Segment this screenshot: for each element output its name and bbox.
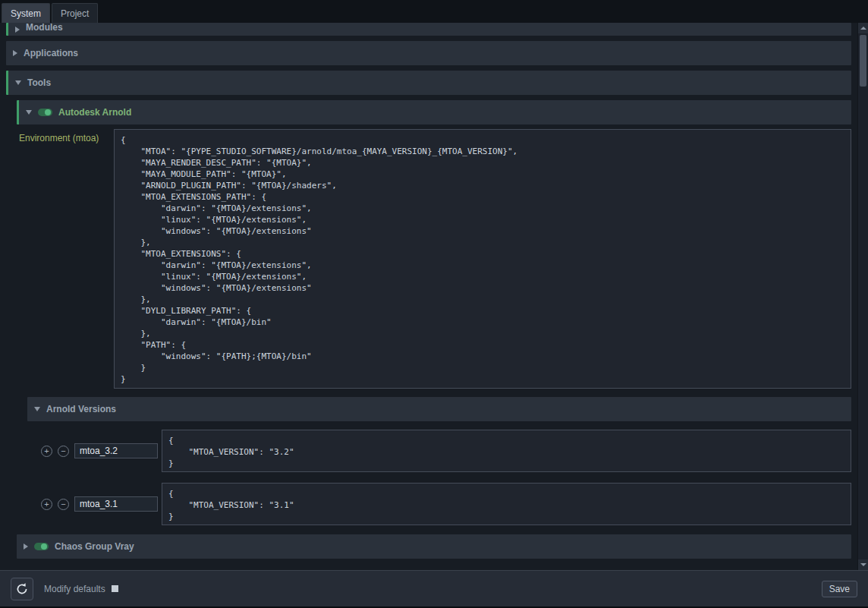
version-row-mtoa-3-2: + − { "MTOA_VERSION": "3.2" } [27,428,851,474]
section-header-tools[interactable]: Tools [6,71,851,95]
add-version-button[interactable]: + [41,446,52,457]
footer-bar: Modify defaults Save [0,570,868,606]
section-tools: Tools Autodesk Arnold Environment (mtoa) [6,71,851,563]
version-row-mtoa-3-1: + − { "MTOA_VERSION": "3.1" } [27,481,851,527]
vray-enabled-toggle-icon[interactable] [34,543,49,550]
version-json-textarea[interactable]: { "MTOA_VERSION": "3.1" } [162,483,851,525]
scrollbar-down-button[interactable] [858,559,868,570]
remove-version-button[interactable]: − [58,499,69,510]
collapse-arrow-icon [34,407,40,411]
settings-window: System Project Modules Applications [0,0,868,608]
expand-arrow-icon [13,50,17,56]
expand-arrow-icon [24,543,28,550]
refresh-icon [15,582,29,596]
refresh-button[interactable] [11,578,33,600]
arnold-versions-body: + − { "MTOA_VERSION": "3.2" } + − [27,428,851,527]
expand-arrow-icon [15,27,20,33]
section-label-applications: Applications [24,48,78,58]
section-chaos-group-vray: Chaos Group Vray [17,534,851,559]
environment-label: Environment (mtoa) [17,129,114,143]
version-key-input[interactable] [74,443,158,458]
modify-defaults-checkbox[interactable] [112,585,118,592]
section-header-autodesk-arnold[interactable]: Autodesk Arnold [17,100,851,124]
arnold-enabled-toggle-icon[interactable] [38,109,52,116]
section-applications: Applications [6,41,851,65]
modify-defaults-label: Modify defaults [44,584,105,594]
section-label-autodesk-arnold: Autodesk Arnold [58,107,131,118]
environment-json-textarea[interactable]: { "MTOA": "{PYPE_STUDIO_SOFTWARE}/arnold… [114,129,851,389]
arnold-body: Environment (mtoa) { "MTOA": "{PYPE_STUD… [17,124,851,527]
remove-version-button[interactable]: − [58,446,69,457]
tab-bar: System Project [0,0,868,23]
version-json-textarea[interactable]: { "MTOA_VERSION": "3.2" } [162,430,851,472]
arrow-up-icon [860,27,866,30]
scrollbar[interactable] [857,23,868,570]
environment-field: Environment (mtoa) { "MTOA": "{PYPE_STUD… [17,129,851,389]
section-label-modules: Modules [26,23,63,33]
scrollbar-track[interactable] [858,33,868,559]
tools-body: Autodesk Arnold Environment (mtoa) { "MT… [6,95,851,563]
section-label-arnold-versions: Arnold Versions [46,404,116,414]
add-version-button[interactable]: + [41,499,52,510]
section-header-applications[interactable]: Applications [6,41,851,65]
arrow-down-icon [860,563,866,566]
section-label-tools: Tools [27,77,51,88]
section-header-modules[interactable]: Modules [6,23,851,36]
section-modules: Modules [6,23,851,36]
collapse-arrow-icon [15,80,21,85]
collapse-arrow-icon [26,110,32,115]
section-label-chaos-group-vray: Chaos Group Vray [55,541,134,552]
save-button[interactable]: Save [822,581,857,597]
tab-project[interactable]: Project [52,3,98,23]
section-arnold-versions: Arnold Versions + − { "MTOA_VERSION": "3… [27,397,851,527]
section-autodesk-arnold: Autodesk Arnold Environment (mtoa) { "MT… [17,100,851,527]
section-header-arnold-versions[interactable]: Arnold Versions [27,397,851,421]
version-key-input[interactable] [74,496,158,512]
scrollbar-up-button[interactable] [858,23,868,33]
scroll-area: Modules Applications Tools [0,23,857,570]
tab-system[interactable]: System [2,3,50,23]
section-header-chaos-group-vray[interactable]: Chaos Group Vray [17,534,851,559]
settings-content: Modules Applications Tools [0,23,868,570]
scrollbar-thumb[interactable] [860,35,866,87]
